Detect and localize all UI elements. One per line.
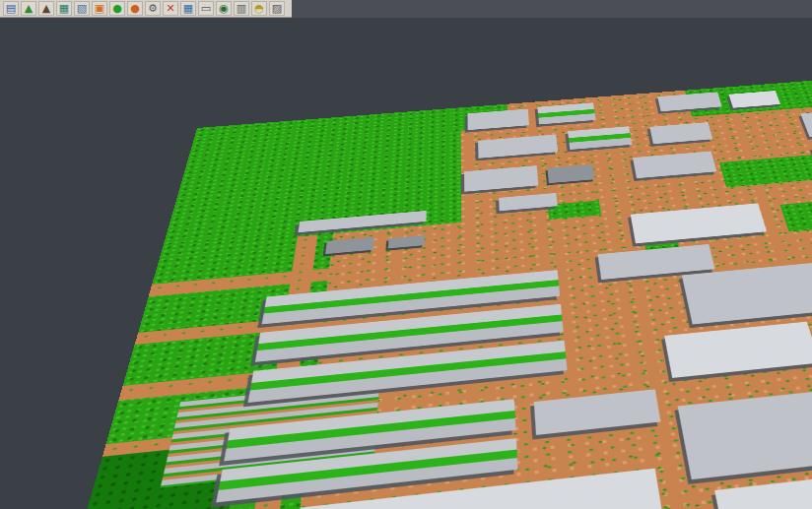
building-roof	[467, 109, 529, 131]
palette-icon[interactable]: ▧	[74, 1, 90, 16]
building-roof-bright	[664, 322, 812, 378]
3d-viewport[interactable]	[0, 18, 812, 509]
add-terrain-icon[interactable]: ▲	[21, 1, 36, 16]
gear-icon[interactable]: ⚙	[145, 1, 161, 16]
vegetation-patch	[779, 197, 812, 231]
layers-icon[interactable]: ▤	[3, 1, 19, 16]
building-roof	[464, 165, 538, 192]
blue-grid-icon[interactable]: ▦	[180, 1, 196, 16]
terrain-pointcloud	[58, 79, 812, 509]
building-roof	[478, 135, 558, 159]
warehouse-ridge-roof	[537, 102, 595, 124]
building-roof-dark	[388, 235, 425, 248]
folder-icon[interactable]: ▣	[92, 1, 107, 16]
globe-icon[interactable]: ◉	[216, 1, 232, 16]
delete-icon[interactable]: ✕	[163, 1, 178, 16]
hatch-icon[interactable]: ▨	[269, 1, 285, 16]
building-roof-bright	[631, 203, 767, 243]
warehouse-ridge-roof	[568, 126, 632, 150]
orange-sphere-icon[interactable]: ●	[127, 1, 143, 16]
green-sphere-icon[interactable]: ●	[109, 1, 125, 16]
snapshot-icon[interactable]: ▥	[234, 1, 249, 16]
mountain-icon[interactable]: ▲	[38, 1, 54, 16]
building-roof	[633, 151, 716, 178]
measure-icon[interactable]: ▭	[198, 1, 214, 16]
building-roof-dark	[547, 164, 594, 183]
building-roof	[534, 389, 661, 435]
half-circle-icon[interactable]: ◓	[251, 1, 267, 16]
building-roof	[800, 110, 812, 137]
toolbar: ▤▲▲▦▧▣●●⚙✕▦▭◉▥◓▨	[0, 0, 292, 18]
building-roof	[678, 378, 812, 479]
building-roof	[649, 122, 712, 144]
top-toolbar-strip: ▤▲▲▦▧▣●●⚙✕▦▭◉▥◓▨	[0, 0, 812, 18]
vegetation-patch	[719, 155, 812, 187]
teal-grid-icon[interactable]: ▦	[56, 1, 72, 16]
